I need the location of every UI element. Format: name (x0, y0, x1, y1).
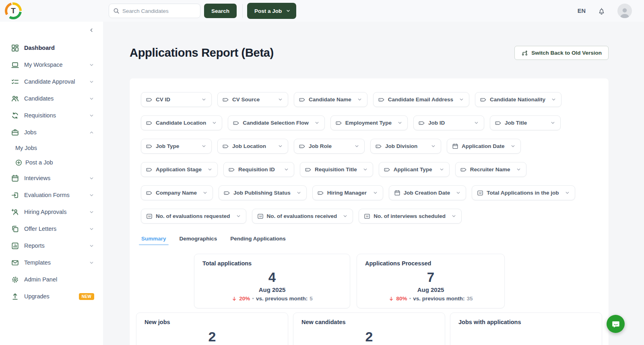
filter-chip-cv-source[interactable]: CV Source (217, 92, 288, 107)
sidebar-collapse-icon[interactable] (89, 27, 94, 33)
filter-chip-no-of-interviews-scheduled[interactable]: 12No. of interviews scheduled (359, 209, 462, 224)
filter-chip-job-publishing-status[interactable]: Job Publishing Status (219, 185, 307, 200)
filter-chip-label: Job Location (232, 143, 266, 149)
chevron-down-icon (456, 190, 461, 195)
sidebar-item-evaluation-forms[interactable]: Evaluation Forms (0, 187, 103, 203)
filter-chip-job-title[interactable]: Job Title (490, 115, 561, 130)
filter-chip-label: Requisition Title (315, 166, 357, 172)
sidebar-subitem-post-a-job[interactable]: Post a Job (0, 155, 103, 170)
sidebar-item-candidates[interactable]: Candidates (0, 90, 103, 107)
stat-card-title: Total applications (202, 260, 342, 267)
filter-chip-cv-id[interactable]: CV ID (141, 92, 212, 107)
filter-chip-label: Job Creation Date (404, 190, 450, 196)
filter-chip-label: Candidate Name (309, 97, 351, 103)
sidebar-subitem-my-jobs[interactable]: My Jobs (0, 141, 103, 155)
stat-card-title: Applications Processed (365, 260, 496, 267)
sidebar-item-templates[interactable]: Templates (0, 254, 103, 271)
candidate-search-box[interactable] (109, 4, 200, 18)
metric-card-value: 2 (301, 329, 437, 345)
tab-pending-applications[interactable]: Pending Applications (230, 236, 286, 245)
reports-icon (11, 242, 19, 250)
filter-chip-no-of-evaluations-received[interactable]: 12No. of evaluations received (252, 209, 353, 224)
search-button[interactable]: Search (204, 4, 237, 18)
chevron-down-icon (397, 120, 402, 125)
chevron-down-icon (551, 97, 556, 102)
filter-chip-application-date[interactable]: Application Date (447, 139, 521, 154)
stat-card-value: 4 (202, 270, 342, 285)
tab-demographics[interactable]: Demographics (180, 236, 217, 245)
post-a-job-button[interactable]: Post a Job (247, 3, 296, 19)
chevron-down-icon (459, 97, 464, 102)
filter-chip-label: Employment Type (345, 120, 392, 126)
filter-chip-label: Application Date (462, 143, 505, 149)
app-logo[interactable]: T (5, 2, 22, 19)
filter-chip-job-id[interactable]: Job ID (413, 115, 484, 130)
sidebar-item-hiring-approvals[interactable]: Hiring Approvals (0, 203, 103, 220)
filter-chip-no-of-evaluations-requested[interactable]: 12No. of evaluations requested (141, 209, 246, 224)
tag-icon (223, 143, 229, 150)
chevron-down-icon (343, 214, 348, 219)
chevron-down-icon (201, 97, 206, 102)
sidebar-item-requisitions[interactable]: Requisitions (0, 107, 103, 124)
sidebar-item-interviews[interactable]: Interviews (0, 170, 103, 187)
delta-separator: • (252, 296, 254, 302)
dashboard-icon (11, 44, 19, 52)
filter-chip-requisition-id[interactable]: Requisition ID (223, 162, 294, 177)
sidebar-item-my-workspace[interactable]: My Workspace (0, 56, 103, 73)
tag-icon (376, 143, 382, 150)
filter-chip-employment-type[interactable]: Employment Type (330, 115, 408, 130)
chevron-down-icon (357, 97, 362, 102)
switch-old-version-button[interactable]: Switch Back to Old Version (514, 46, 609, 60)
filter-chip-application-stage[interactable]: Application Stage (141, 162, 218, 177)
tab-summary[interactable]: Summary (141, 236, 166, 245)
language-selector[interactable]: EN (578, 8, 586, 14)
metric-card-jobs-with-applications: Jobs with applications (450, 312, 602, 345)
filter-chip-label: Application Stage (156, 166, 202, 172)
sidebar-item-label: Hiring Approvals (24, 209, 89, 215)
filter-chip-job-division[interactable]: Job Division (370, 139, 441, 154)
filter-chip-label: Job Division (385, 143, 417, 149)
filter-chip-job-creation-date[interactable]: Job Creation Date (389, 185, 466, 200)
report-tabs: SummaryDemographicsPending Applications (141, 236, 597, 245)
filter-chip-company-name[interactable]: Company Name (141, 185, 213, 200)
chat-launcher-button[interactable] (607, 315, 625, 333)
tag-icon (305, 166, 312, 173)
sidebar-item-jobs[interactable]: Jobs (0, 124, 103, 141)
chevron-down-icon (278, 97, 283, 102)
stat-card: Applications Processed7Aug 202580%•vs. p… (357, 254, 505, 308)
metric-card-title: Jobs with applications (458, 319, 594, 325)
tag-icon (223, 97, 229, 103)
filter-chip-job-location[interactable]: Job Location (217, 139, 288, 154)
tag-icon (378, 97, 385, 103)
chevron-down-icon (89, 96, 94, 101)
filter-chip-recruiter-name[interactable]: Recruiter Name (455, 162, 526, 177)
filter-chip-candidate-email-address[interactable]: Candidate Email Address (373, 92, 469, 107)
sidebar-item-candidate-approval[interactable]: Candidate Approval (0, 73, 103, 90)
filter-chip-requisition-title[interactable]: Requisition Title (300, 162, 373, 177)
sidebar-item-dashboard[interactable]: Dashboard (0, 39, 103, 56)
filter-chip-total-applications-in-the-job[interactable]: 12Total Applications in the job (472, 185, 575, 200)
filter-chip-job-role[interactable]: Job Role (294, 139, 365, 154)
filter-chip-candidate-selection-flow[interactable]: Candidate Selection Flow (228, 115, 325, 130)
approval-icon (11, 78, 19, 86)
sidebar-item-admin-panel[interactable]: Admin Panel (0, 271, 103, 288)
filter-chip-applicant-type[interactable]: Applicant Type (379, 162, 450, 177)
filter-chip-job-type[interactable]: Job Type (141, 139, 212, 154)
notifications-bell-icon[interactable] (598, 7, 605, 15)
chevron-down-icon (89, 209, 94, 215)
filter-chip-hiring-manager[interactable]: Hiring Manager (312, 185, 383, 200)
sidebar-item-label: Candidate Approval (24, 78, 89, 85)
sidebar-item-reports[interactable]: Reports (0, 237, 103, 254)
search-input[interactable] (122, 8, 196, 14)
chevron-down-icon (510, 144, 516, 149)
chevron-down-icon (207, 167, 213, 172)
sidebar-item-offer-letters[interactable]: Offer Letters (0, 220, 103, 237)
sidebar-item-upgrades[interactable]: UpgradesNEW (0, 288, 103, 305)
filter-chip-candidate-location[interactable]: Candidate Location (141, 115, 222, 130)
filter-chip-candidate-nationality[interactable]: Candidate Nationality (475, 92, 561, 107)
number-icon: 12 (257, 213, 264, 220)
filter-chip-candidate-name[interactable]: Candidate Name (294, 92, 367, 107)
user-avatar[interactable] (617, 4, 632, 18)
svg-text:12: 12 (479, 192, 482, 194)
sidebar-item-label: Candidates (24, 95, 89, 102)
